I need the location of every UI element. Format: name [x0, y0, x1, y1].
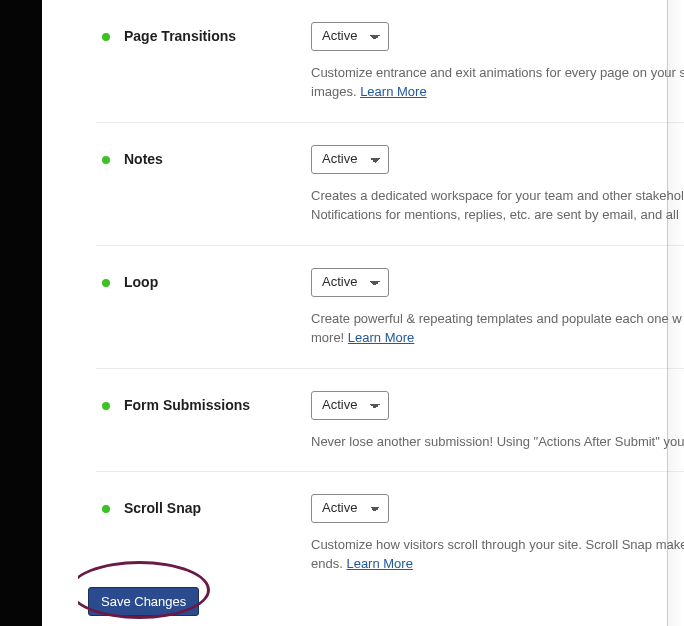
setting-row-loop: Loop Active Create powerful & repeating …: [96, 246, 684, 369]
learn-more-link[interactable]: Learn More: [348, 330, 414, 345]
status-select-notes[interactable]: Active: [311, 145, 389, 174]
setting-label: Notes: [124, 151, 163, 167]
panel-shadow: [668, 0, 684, 626]
status-dot-icon: [102, 505, 110, 513]
setting-description: Creates a dedicated workspace for your t…: [311, 186, 684, 206]
setting-row-notes: Notes Active Creates a dedicated workspa…: [96, 123, 684, 246]
setting-description: Notifications for mentions, replies, etc…: [311, 205, 684, 225]
setting-description: Create powerful & repeating templates an…: [311, 309, 684, 329]
save-changes-button[interactable]: Save Changes: [88, 587, 199, 616]
learn-more-link[interactable]: Learn More: [346, 556, 412, 571]
status-select-loop[interactable]: Active: [311, 268, 389, 297]
status-select-scroll-snap[interactable]: Active: [311, 494, 389, 523]
setting-description: Customize how visitors scroll through yo…: [311, 535, 684, 555]
setting-row-page-transitions: Page Transitions Active Customize entran…: [96, 0, 684, 123]
app-frame: Page Transitions Active Customize entran…: [0, 0, 684, 626]
status-dot-icon: [102, 156, 110, 164]
setting-description: Never lose another submission! Using "Ac…: [311, 432, 684, 452]
setting-description: images. Learn More: [311, 82, 684, 102]
status-dot-icon: [102, 402, 110, 410]
status-dot-icon: [102, 279, 110, 287]
setting-label: Page Transitions: [124, 28, 236, 44]
setting-description: ends. Learn More: [311, 554, 684, 574]
setting-row-scroll-snap: Scroll Snap Active Customize how visitor…: [96, 472, 684, 594]
gutter: [42, 0, 78, 626]
setting-label: Loop: [124, 274, 158, 290]
status-dot-icon: [102, 33, 110, 41]
setting-label: Scroll Snap: [124, 500, 201, 516]
setting-description: more! Learn More: [311, 328, 684, 348]
admin-sidebar: [0, 0, 42, 626]
status-select-page-transitions[interactable]: Active: [311, 22, 389, 51]
learn-more-link[interactable]: Learn More: [360, 84, 426, 99]
status-select-form-submissions[interactable]: Active: [311, 391, 389, 420]
setting-description: Customize entrance and exit animations f…: [311, 63, 684, 83]
setting-label: Form Submissions: [124, 397, 250, 413]
save-region: Save Changes: [78, 587, 199, 616]
setting-row-form-submissions: Form Submissions Active Never lose anoth…: [96, 369, 684, 472]
settings-panel: Page Transitions Active Customize entran…: [78, 0, 684, 626]
